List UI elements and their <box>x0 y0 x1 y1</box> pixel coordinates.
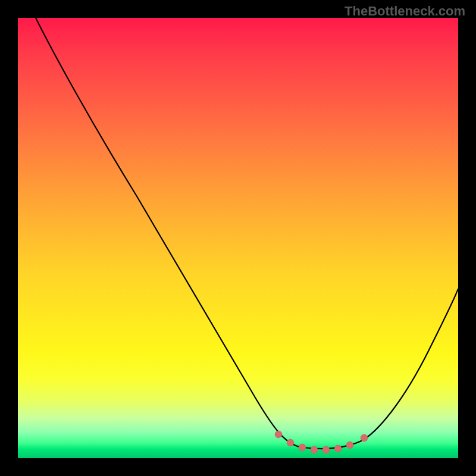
marker-dot <box>334 445 342 452</box>
marker-dot <box>287 439 294 446</box>
chart-svg <box>18 18 458 458</box>
watermark-text: TheBottleneck.com <box>345 4 465 19</box>
marker-dot <box>361 434 368 441</box>
marker-dot <box>346 441 353 449</box>
marker-dot <box>275 431 282 438</box>
bottleneck-curve <box>36 18 458 449</box>
marker-dot <box>311 446 318 453</box>
optimal-range-markers <box>275 431 368 453</box>
plot-area <box>18 18 458 458</box>
marker-dot <box>322 446 330 453</box>
marker-dot <box>299 444 306 451</box>
